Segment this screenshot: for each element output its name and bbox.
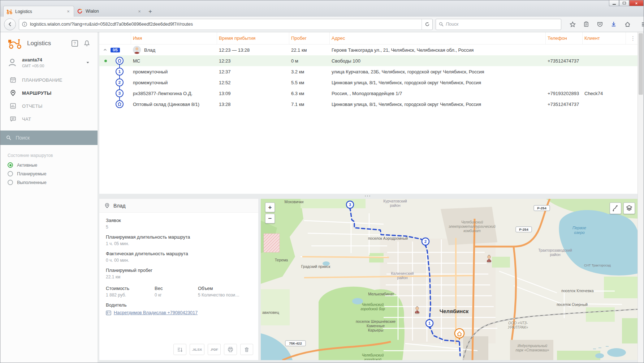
stop-phone: +79193202893 xyxy=(546,91,583,96)
pocket-button[interactable] xyxy=(595,19,605,30)
radio-icon[interactable] xyxy=(8,180,13,185)
collapse-chevron-icon[interactable] xyxy=(103,48,107,52)
tab-logistics[interactable]: Logistics × xyxy=(3,6,74,17)
logistics-app: Logistics ? avanta74 GMT +05:00 xyxy=(0,32,644,363)
stop-name: Оптовый склад (Цинковая 8/1) xyxy=(131,102,217,107)
sidebar-item-routes[interactable]: МАРШРУТЫ xyxy=(0,86,98,99)
map-layers-button[interactable] xyxy=(623,202,635,214)
filter-option-completed[interactable]: Выполненные xyxy=(8,180,90,185)
tab-close-icon[interactable]: × xyxy=(66,9,71,14)
delete-route-button[interactable] xyxy=(240,344,253,355)
bookmark-star-button[interactable] xyxy=(567,19,578,30)
print-button[interactable] xyxy=(224,344,237,355)
url-text[interactable]: logistics.wialon.com/?lang=ru&sid=0582cd… xyxy=(30,22,422,27)
browser-search[interactable] xyxy=(436,19,561,30)
splitter-drag-handle[interactable]: ··· xyxy=(98,194,637,199)
sidebar-item-chat[interactable]: ЧАТ xyxy=(0,112,98,125)
routes-search[interactable] xyxy=(0,131,98,145)
scrollbar-thumb[interactable] xyxy=(639,33,643,95)
export-pdf-button[interactable]: .PDF xyxy=(208,344,221,355)
sidebar-item-reports[interactable]: ОТЧЕТЫ xyxy=(0,99,98,112)
window-maximize-button[interactable] xyxy=(619,0,629,6)
new-tab-button[interactable]: + xyxy=(145,7,156,17)
filter-option-planned[interactable]: Планируемые xyxy=(8,171,90,176)
home-button[interactable] xyxy=(622,19,633,30)
stop-arrival: 12:37 xyxy=(217,69,289,74)
field-label: Планируемая длительность маршрута xyxy=(106,234,252,240)
browser-window: Logistics × Wialon × + × xyxy=(0,0,644,363)
route-stops: МС 12:23 0 м Свободы 100 +73512474737 1 … xyxy=(99,55,638,110)
stat-value: 0 кг xyxy=(155,292,198,298)
route-curve-icon xyxy=(612,205,619,212)
browser-titlebar[interactable]: Logistics × Wialon × + × xyxy=(0,0,644,17)
radio-icon[interactable] xyxy=(8,171,13,176)
menu-label: ОТЧЕТЫ xyxy=(22,103,43,109)
radio-label: Выполненные xyxy=(17,180,47,185)
hamburger-icon xyxy=(641,21,644,27)
routes-search-input[interactable] xyxy=(16,135,92,141)
tab-wialon[interactable]: Wialon × xyxy=(74,6,145,17)
downloads-button[interactable] xyxy=(608,19,619,30)
minimize-icon xyxy=(613,4,616,5)
map-canvas[interactable]: Р-254 Р-254 75К-422 Моховички Курчатовск… xyxy=(261,199,639,360)
page-scrollbar[interactable] xyxy=(637,32,644,363)
stop-arrival: 13:28 xyxy=(217,102,289,107)
col-arrival[interactable]: Время прибытия xyxy=(217,32,289,44)
search-icon xyxy=(6,135,11,141)
map-tools xyxy=(610,202,635,214)
stop-row[interactable]: 3 px3852877-Лемтюгина О.Д. 13:09 6.3 км … xyxy=(99,88,638,99)
col-phone[interactable]: Телефон xyxy=(546,32,583,44)
reading-list-button[interactable] xyxy=(581,19,592,30)
notifications-bell-button[interactable] xyxy=(83,40,90,47)
map-panel: Р-254 Р-254 75К-422 Моховички Курчатовск… xyxy=(261,199,639,360)
optimize-route-button[interactable] xyxy=(173,344,186,355)
username: avanta74 xyxy=(22,57,44,63)
help-button[interactable]: ? xyxy=(71,40,78,47)
stop-name: px3852877-Лемтюгина О.Д. xyxy=(131,91,217,96)
window-close-button[interactable]: × xyxy=(629,0,644,6)
filter-option-active[interactable]: Активные xyxy=(8,162,90,168)
stop-number-marker: 3 xyxy=(116,89,124,97)
stop-row[interactable]: 2 промежуточный 12:52 5.5 км Цинковая ул… xyxy=(99,77,638,88)
active-status-dot xyxy=(104,60,107,62)
table-header: Имя Время прибытия Пробег Адрес Телефон … xyxy=(99,32,638,44)
stop-row[interactable]: 1 промежуточный 12:37 3.2 км улица Курча… xyxy=(99,66,638,77)
svg-text:авиловец: авиловец xyxy=(262,310,279,315)
url-bar[interactable]: logistics.wialon.com/?lang=ru&sid=0582cd… xyxy=(19,19,433,30)
reload-button[interactable] xyxy=(422,19,432,30)
back-button[interactable] xyxy=(4,18,16,30)
svg-text:ООО «ЧТЗ-УРАЛТРАК»: ООО «ЧТЗ-УРАЛТРАК» xyxy=(507,321,528,329)
zoom-in-button[interactable]: + xyxy=(265,202,275,212)
route-pin-icon xyxy=(104,203,110,208)
stop-phone: +73512474737 xyxy=(546,102,583,107)
sidebar-item-planning[interactable]: ПЛАНИРОВАНИЕ xyxy=(0,73,98,86)
field-value: 1 ч. 05 мин. xyxy=(106,241,252,246)
window-minimize-button[interactable] xyxy=(609,0,619,6)
zoom-out-button[interactable]: − xyxy=(265,214,275,223)
export-xlsx-button[interactable]: .XLSX xyxy=(190,344,204,355)
col-client[interactable]: Клиент xyxy=(583,32,626,44)
field-label: Фактическая длительность маршрута xyxy=(106,251,252,256)
user-menu[interactable]: avanta74 GMT +05:00 xyxy=(0,55,98,73)
radio-checked-icon[interactable] xyxy=(8,162,13,168)
col-mileage[interactable]: Пробег xyxy=(289,32,330,44)
site-info-icon[interactable] xyxy=(19,21,30,27)
browser-search-input[interactable] xyxy=(446,22,558,27)
stop-row[interactable]: Оптовый склад (Цинковая 8/1) 13:28 7.1 к… xyxy=(99,99,638,110)
tab-title: Logistics xyxy=(15,9,63,14)
driver-link[interactable]: Насретдимов Владислав +79080423017 xyxy=(106,310,252,315)
table-menu-button[interactable]: ⋮ xyxy=(626,32,638,44)
route-visibility-button[interactable] xyxy=(610,202,621,214)
menu-button[interactable] xyxy=(639,19,644,30)
stop-row[interactable]: МС 12:23 0 м Свободы 100 +73512474737 xyxy=(99,55,638,66)
map-zoom-controls: + − xyxy=(265,202,275,223)
route-group-row[interactable]: 0/5 Влад 12:23 — 13:28 22.1 км Героев Та… xyxy=(99,44,638,55)
svg-text:3: 3 xyxy=(349,202,351,207)
route-mileage: 22.1 км xyxy=(289,47,330,53)
chevron-down-icon[interactable] xyxy=(85,60,90,65)
menu-label: ПЛАНИРОВАНИЕ xyxy=(22,77,62,83)
col-name[interactable]: Имя xyxy=(131,32,217,44)
tab-close-icon[interactable]: × xyxy=(137,9,142,14)
stop-phone: +73512474737 xyxy=(546,58,583,64)
col-address[interactable]: Адрес xyxy=(330,32,546,44)
